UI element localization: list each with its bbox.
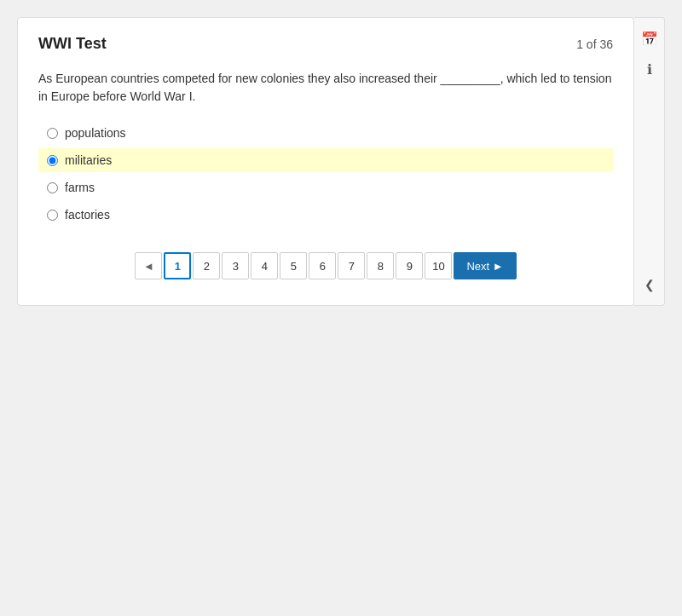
question-text: As European countries competed for new c…	[38, 70, 613, 106]
prev-button[interactable]: ◄	[135, 252, 162, 279]
option-label-opt-factories[interactable]: factories	[65, 208, 110, 222]
radio-opt-militaries[interactable]	[47, 155, 58, 166]
info-icon[interactable]: ℹ	[638, 57, 662, 81]
option-item-opt-populations[interactable]: populations	[38, 121, 613, 145]
page-button-6[interactable]: 6	[309, 252, 336, 279]
page-button-3[interactable]: 3	[222, 252, 249, 279]
page-button-1[interactable]: 1	[164, 252, 191, 279]
option-item-opt-factories[interactable]: factories	[38, 203, 613, 227]
option-label-opt-populations[interactable]: populations	[65, 126, 126, 140]
page-wrapper: WWI Test 1 of 36 As European countries c…	[17, 17, 665, 306]
option-label-opt-farms[interactable]: farms	[65, 181, 95, 194]
page-button-5[interactable]: 5	[280, 252, 307, 279]
option-item-opt-farms[interactable]: farms	[38, 176, 613, 199]
radio-opt-farms[interactable]	[47, 182, 58, 193]
next-button[interactable]: Next ►	[454, 252, 516, 279]
page-button-2[interactable]: 2	[193, 252, 220, 279]
option-item-opt-militaries[interactable]: militaries	[38, 148, 613, 172]
page-button-8[interactable]: 8	[367, 252, 394, 279]
page-button-7[interactable]: 7	[338, 252, 365, 279]
page-button-9[interactable]: 9	[396, 252, 423, 279]
option-label-opt-militaries[interactable]: militaries	[65, 153, 112, 167]
test-title: WWI Test	[38, 35, 107, 53]
page-button-10[interactable]: 10	[425, 252, 452, 279]
pagination-row: ◄ 12345678910Next ►	[38, 252, 613, 279]
radio-opt-populations[interactable]	[47, 128, 58, 139]
main-card: WWI Test 1 of 36 As European countries c…	[17, 17, 634, 306]
options-list: populationsmilitariesfarmsfactories	[38, 121, 613, 227]
sidebar: 📅 ℹ ❮	[634, 17, 665, 306]
calendar-icon[interactable]: 📅	[638, 26, 662, 50]
radio-opt-factories[interactable]	[47, 210, 58, 221]
page-counter: 1 of 36	[576, 37, 613, 51]
page-button-4[interactable]: 4	[251, 252, 278, 279]
card-header: WWI Test 1 of 36	[38, 35, 613, 53]
chevron-left-icon: ❮	[644, 278, 655, 291]
collapse-icon[interactable]: ❮	[638, 273, 662, 296]
